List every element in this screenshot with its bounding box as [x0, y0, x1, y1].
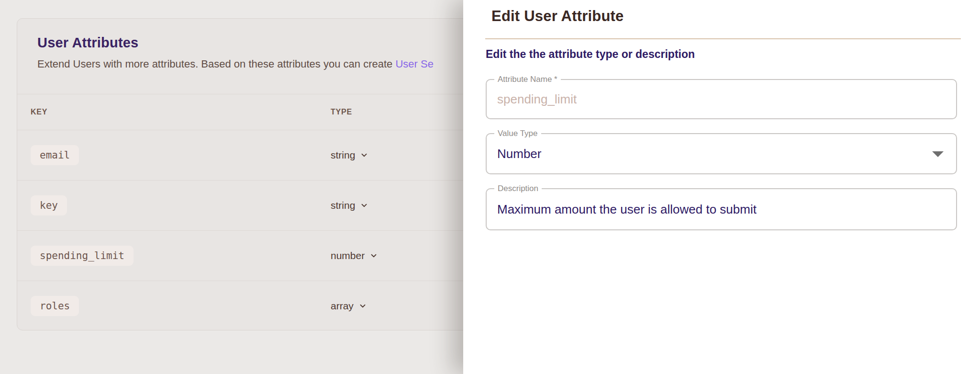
type-dropdown[interactable]: number — [331, 250, 378, 261]
type-dropdown-value: number — [331, 250, 365, 261]
chevron-down-icon — [360, 151, 368, 159]
dropdown-caret-icon — [932, 151, 944, 157]
type-dropdown-value: string — [331, 149, 355, 161]
attribute-key-badge: roles — [31, 296, 79, 316]
key-cell: email — [17, 145, 331, 165]
description-field[interactable]: Description Maximum amount the user is a… — [486, 188, 957, 230]
drawer-title-divider — [485, 38, 961, 39]
chevron-down-icon — [369, 251, 378, 260]
edit-attribute-drawer: Edit User Attribute Edit the the attribu… — [463, 0, 980, 374]
type-dropdown[interactable]: string — [331, 149, 368, 161]
attribute-key-badge: key — [31, 195, 67, 215]
type-dropdown-value: string — [331, 200, 355, 211]
type-dropdown[interactable]: array — [331, 300, 367, 312]
key-cell: key — [17, 195, 331, 215]
value-type-label: Value Type — [494, 129, 541, 138]
type-dropdown[interactable]: string — [331, 200, 368, 211]
description-link[interactable]: User Se — [395, 58, 433, 70]
attribute-name-field: Attribute Name * spending_limit — [486, 79, 957, 119]
key-cell: roles — [17, 296, 331, 316]
attribute-key-badge: email — [31, 145, 79, 165]
drawer-title: Edit User Attribute — [491, 8, 957, 25]
value-type-value: Number — [487, 147, 541, 161]
attribute-key-badge: spending_limit — [31, 246, 134, 266]
chevron-down-icon — [358, 302, 367, 310]
description-value: Maximum amount the user is allowed to su… — [487, 202, 757, 217]
attribute-name-label: Attribute Name * — [494, 75, 561, 84]
attribute-name-value: spending_limit — [487, 92, 577, 107]
value-type-select[interactable]: Value Type Number — [486, 133, 957, 174]
drawer-subtitle: Edit the the attribute type or descripti… — [486, 48, 957, 61]
column-header-key: KEY — [17, 108, 331, 116]
key-cell: spending_limit — [17, 246, 331, 266]
description-label: Description — [494, 184, 542, 193]
card-description-text: Extend Users with more attributes. Based… — [37, 58, 395, 70]
type-dropdown-value: array — [331, 300, 354, 312]
chevron-down-icon — [360, 201, 368, 210]
